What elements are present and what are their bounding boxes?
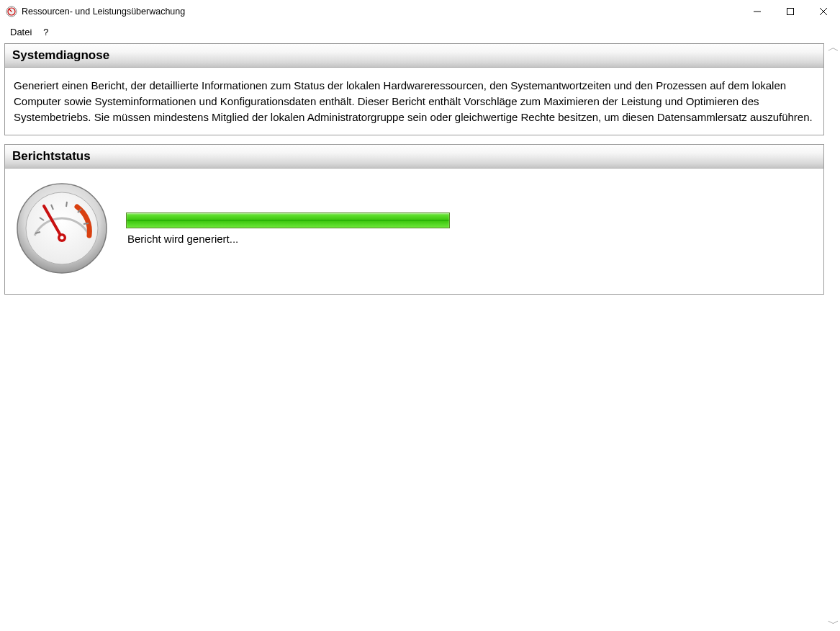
- maximize-button[interactable]: [774, 0, 807, 23]
- close-button[interactable]: [807, 0, 840, 23]
- titlebar: Ressourcen- und Leistungsüberwachung: [0, 0, 840, 23]
- panel-body-status: Bericht wird generiert...: [5, 169, 823, 294]
- progress-bar: [126, 212, 450, 228]
- panel-header-status: Berichtstatus: [5, 145, 823, 169]
- svg-line-12: [66, 202, 67, 207]
- minimize-button[interactable]: [741, 0, 774, 23]
- panel-body-diagnosis: Generiert einen Bericht, der detailliert…: [5, 68, 823, 135]
- svg-point-17: [60, 236, 64, 240]
- menu-help[interactable]: ?: [37, 25, 54, 39]
- gauge-icon: [15, 182, 109, 275]
- scrollbar[interactable]: ︿ ﹀: [827, 40, 840, 631]
- menu-file[interactable]: Datei: [4, 25, 37, 39]
- svg-line-14: [83, 223, 89, 224]
- svg-rect-4: [787, 9, 794, 15]
- scroll-up-icon[interactable]: ︿: [828, 42, 839, 53]
- content-wrapper: Systemdiagnose Generiert einen Bericht, …: [0, 40, 840, 631]
- panel-report-status: Berichtstatus: [4, 144, 824, 295]
- window-title: Ressourcen- und Leistungsüberwachung: [22, 6, 741, 17]
- window-controls: [741, 0, 840, 23]
- progress-label: Bericht wird generiert...: [126, 233, 450, 245]
- scroll-down-icon[interactable]: ﹀: [828, 618, 839, 630]
- progress-area: Bericht wird generiert...: [126, 212, 450, 245]
- panel-system-diagnosis: Systemdiagnose Generiert einen Bericht, …: [4, 43, 824, 135]
- app-icon: [6, 6, 17, 17]
- panel-header-diagnosis: Systemdiagnose: [5, 44, 823, 68]
- content-area: Systemdiagnose Generiert einen Bericht, …: [0, 40, 827, 631]
- menubar: Datei ?: [0, 23, 840, 40]
